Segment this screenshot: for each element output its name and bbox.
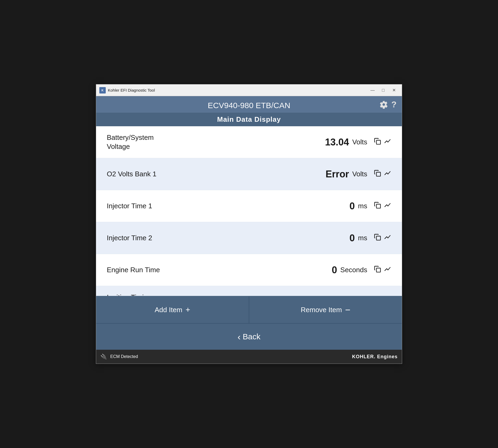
data-row-ignition-timing-cyl1: Ignition TimingCylinder 1-2.02deg: [96, 286, 402, 296]
header-top: ECV940-980 ETB/CAN ?: [96, 96, 402, 113]
copy-button-o2-volts-bank1[interactable]: [374, 169, 381, 179]
value-group-engine-run-time: 0Seconds: [282, 264, 367, 276]
actions-battery-voltage: [374, 137, 391, 147]
svg-rect-1: [377, 172, 381, 176]
app-icon: K: [99, 87, 106, 93]
chart-icon: [384, 233, 391, 241]
data-label-injector-time-1: Injector Time 1: [107, 202, 282, 211]
svg-rect-3: [377, 236, 381, 240]
chart-icon: [384, 265, 391, 273]
data-label-o2-volts-bank1: O2 Volts Bank 1: [107, 170, 282, 179]
back-label: Back: [243, 332, 260, 341]
copy-button-battery-voltage[interactable]: [374, 137, 381, 147]
subtitle-bar: Main Data Display: [96, 113, 402, 126]
chart-icon: [384, 137, 391, 145]
remove-item-label: Remove Item: [301, 306, 342, 314]
back-button[interactable]: ‹ Back: [96, 323, 402, 350]
value-group-injector-time-2: 0ms: [282, 233, 367, 244]
add-item-button[interactable]: Add Item +: [96, 296, 249, 323]
value-group-battery-voltage: 13.04Volts: [282, 137, 367, 148]
chart-button-battery-voltage[interactable]: [384, 137, 391, 147]
copy-icon: [374, 169, 381, 177]
actions-engine-run-time: [374, 265, 391, 275]
model-title: ECV940-980 ETB/CAN: [208, 101, 290, 110]
actions-o2-volts-bank1: [374, 169, 391, 179]
remove-item-button[interactable]: Remove Item −: [249, 296, 402, 323]
actions-injector-time-1: [374, 201, 391, 211]
brand-text: KOHLER. Engines: [352, 354, 398, 360]
svg-rect-0: [377, 140, 381, 144]
data-row-injector-time-2: Injector Time 20ms: [96, 222, 402, 254]
value-group-injector-time-1: 0ms: [282, 201, 367, 212]
copy-icon: [374, 137, 381, 145]
data-row-o2-volts-bank1: O2 Volts Bank 1ErrorVolts: [96, 158, 402, 190]
page-title: Main Data Display: [217, 115, 281, 123]
chart-icon: [384, 201, 391, 209]
title-bar: K Kohler EFI Diagnostic Tool — □ ✕: [96, 84, 402, 96]
settings-button[interactable]: [379, 100, 388, 109]
status-text: ECM Detected: [110, 354, 352, 359]
data-unit-o2-volts-bank1: Volts: [352, 170, 367, 178]
connection-icon: 🔌: [100, 353, 107, 360]
remove-icon: −: [345, 305, 350, 315]
gear-icon: [379, 100, 388, 109]
add-icon: +: [186, 305, 190, 314]
add-item-label: Add Item: [155, 306, 182, 314]
minimize-button[interactable]: —: [368, 86, 377, 94]
data-row-battery-voltage: Battery/SystemVoltage13.04Volts: [96, 126, 402, 158]
chart-button-injector-time-1[interactable]: [384, 201, 391, 211]
svg-rect-4: [377, 268, 381, 272]
chart-button-injector-time-2[interactable]: [384, 233, 391, 243]
chart-icon: [384, 169, 391, 177]
copy-icon: [374, 265, 381, 273]
data-value-o2-volts-bank1: Error: [326, 169, 349, 180]
data-value-injector-time-2: 0: [349, 233, 355, 244]
copy-button-engine-run-time[interactable]: [374, 265, 381, 275]
item-buttons: Add Item + Remove Item −: [96, 296, 402, 323]
status-bar: 🔌 ECM Detected KOHLER. Engines: [96, 350, 402, 364]
data-unit-injector-time-2: ms: [358, 234, 367, 242]
header-icon-group: ?: [379, 100, 397, 109]
copy-button-injector-time-2[interactable]: [374, 233, 381, 243]
data-label-engine-run-time: Engine Run Time: [107, 266, 282, 275]
actions-injector-time-2: [374, 233, 391, 243]
chart-button-engine-run-time[interactable]: [384, 265, 391, 275]
data-value-battery-voltage: 13.04: [325, 137, 349, 148]
value-group-o2-volts-bank1: ErrorVolts: [282, 169, 367, 180]
header: ECV940-980 ETB/CAN ? Main Data Display: [96, 96, 402, 126]
maximize-button[interactable]: □: [378, 86, 388, 94]
data-label-injector-time-2: Injector Time 2: [107, 234, 282, 243]
data-value-engine-run-time: 0: [332, 264, 337, 276]
data-unit-battery-voltage: Volts: [352, 138, 367, 146]
data-list: Battery/SystemVoltage13.04VoltsO2 Volts …: [96, 126, 402, 296]
copy-icon: [374, 233, 381, 241]
copy-button-injector-time-1[interactable]: [374, 201, 381, 211]
window-title: Kohler EFI Diagnostic Tool: [108, 88, 368, 92]
svg-rect-2: [377, 204, 381, 208]
back-chevron: ‹: [238, 332, 240, 342]
data-row-engine-run-time: Engine Run Time0Seconds: [96, 254, 402, 286]
app-window: K Kohler EFI Diagnostic Tool — □ ✕ ECV94…: [96, 84, 402, 364]
data-label-battery-voltage: Battery/SystemVoltage: [107, 133, 282, 151]
window-controls: — □ ✕: [368, 86, 399, 94]
data-unit-injector-time-1: ms: [358, 202, 367, 210]
data-row-injector-time-1: Injector Time 10ms: [96, 190, 402, 222]
close-button[interactable]: ✕: [389, 86, 399, 94]
data-label-ignition-timing-cyl1: Ignition TimingCylinder 1: [107, 293, 282, 296]
data-value-injector-time-1: 0: [349, 201, 355, 212]
copy-icon: [374, 201, 381, 209]
chart-button-o2-volts-bank1[interactable]: [384, 169, 391, 179]
help-button[interactable]: ?: [391, 100, 397, 109]
data-unit-engine-run-time: Seconds: [340, 266, 367, 274]
